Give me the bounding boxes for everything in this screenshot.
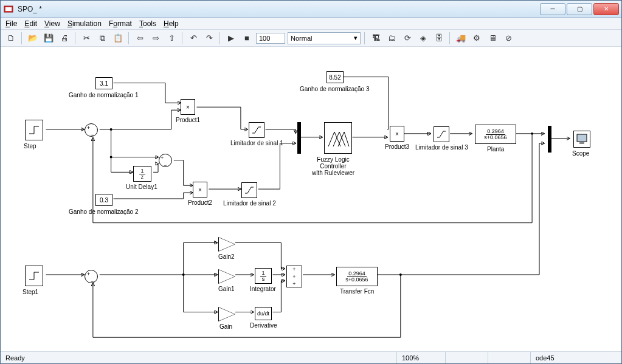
derivative-block[interactable]: du/dt	[255, 307, 272, 320]
svg-point-7	[110, 156, 112, 159]
product1-block[interactable]: ×	[181, 99, 195, 115]
svg-point-46	[399, 273, 402, 276]
product3-label: Product3	[385, 143, 409, 150]
status-empty1	[445, 352, 488, 363]
gn2-const[interactable]: 0.3	[95, 194, 112, 206]
scope-block[interactable]	[573, 131, 590, 148]
mux1-block[interactable]	[297, 122, 301, 154]
gn2-label: Ganho de normalização 2	[69, 208, 139, 215]
step-label: Step	[24, 143, 36, 149]
window-buttons: ─ ▢ ✕	[540, 3, 619, 15]
model-canvas[interactable]: Step + − 3.1 Ganho de normalização 1 × P…	[1, 47, 621, 351]
config-icon[interactable]: ⚙	[470, 32, 483, 45]
play-icon[interactable]: ▶	[224, 32, 238, 45]
integrator-block[interactable]: 1s	[255, 268, 272, 284]
gain2-label: Gain2	[218, 253, 235, 260]
copy-icon[interactable]: ⧉	[95, 32, 109, 45]
chevron-down-icon: ▾	[354, 34, 358, 42]
menu-simulation[interactable]: Simulation	[67, 19, 102, 28]
lim3-label: Limitador de sinal 3	[415, 144, 468, 151]
product1-label: Product1	[176, 117, 200, 123]
simulation-mode-select[interactable]: Normal ▾	[288, 32, 361, 44]
gain2-block[interactable]: 0.5	[218, 237, 235, 252]
close-button[interactable]: ✕	[593, 3, 619, 15]
step-block[interactable]	[25, 120, 43, 140]
gn3-label: Ganho de normalização 3	[300, 86, 370, 92]
target-icon[interactable]: ⊘	[502, 32, 515, 45]
menu-edit[interactable]: Edit	[24, 19, 37, 28]
integrator-label: Integrator	[250, 286, 276, 292]
planta-block[interactable]: 0.2964s+0.0656	[475, 125, 516, 144]
svg-rect-1	[5, 7, 12, 11]
lim3-block[interactable]	[434, 126, 449, 142]
status-solver: ode45	[530, 352, 621, 363]
up-icon[interactable]: ⇧	[165, 32, 178, 45]
refresh-icon[interactable]: ⟳	[401, 32, 414, 45]
redo-icon[interactable]: ↷	[202, 32, 216, 45]
titlebar: SPO_ * ─ ▢ ✕	[1, 1, 621, 18]
lim1-block[interactable]	[249, 122, 264, 138]
gain-label: Gain	[219, 323, 232, 330]
tf-block[interactable]: 0.2964s+0.0656	[336, 267, 378, 286]
stop-icon[interactable]: ■	[240, 32, 254, 45]
paste-icon[interactable]: 📋	[111, 32, 125, 45]
mux2-block[interactable]	[548, 126, 551, 153]
open-icon[interactable]: 📂	[26, 32, 40, 45]
statusbar: Ready 100% ode45	[1, 351, 621, 363]
gain1-label: Gain1	[218, 286, 235, 292]
build-icon[interactable]: 🏗	[369, 32, 382, 45]
unit-delay-block[interactable]: 1z	[133, 166, 151, 182]
menu-file[interactable]: File	[5, 19, 17, 28]
sumpid-block[interactable]: +++	[286, 266, 302, 287]
scope-label: Scope	[572, 150, 589, 157]
derivative-label: Derivative	[250, 322, 277, 329]
status-empty2	[488, 352, 530, 363]
menu-help[interactable]: Help	[164, 19, 179, 28]
back-icon[interactable]: ⇦	[133, 32, 147, 45]
svg-point-35	[182, 273, 185, 276]
step1-block[interactable]	[25, 266, 43, 286]
product2-label: Product2	[188, 199, 212, 206]
unit-delay-label: Unit Delay1	[126, 184, 157, 190]
svg-point-31	[531, 132, 533, 135]
fuzzy-label: Fuzzy Logic Controller with Ruleviewer	[312, 156, 354, 176]
menu-tools[interactable]: Tools	[139, 19, 156, 28]
gn1-label: Ganho de normalização 1	[69, 92, 139, 98]
cut-icon[interactable]: ✂	[80, 32, 93, 45]
svg-rect-47	[577, 134, 587, 142]
display-icon[interactable]: 🖥	[486, 32, 499, 45]
menubar: File Edit View Simulation Format Tools H…	[1, 18, 621, 30]
save-icon[interactable]: 💾	[42, 32, 55, 45]
toolbar: 🗋 📂 💾 🖨 ✂ ⧉ 📋 ⇦ ⇨ ⇧ ↶ ↷ ▶ ■ 100 Normal ▾…	[1, 30, 621, 47]
gain1-block[interactable]: 0.6	[218, 269, 235, 284]
new-icon[interactable]: 🗋	[4, 32, 18, 45]
status-zoom: 100%	[396, 352, 445, 363]
product2-block[interactable]: ×	[193, 182, 207, 197]
model-icon[interactable]: ◈	[416, 32, 430, 45]
menu-view[interactable]: View	[44, 19, 60, 28]
stop-time-field[interactable]: 100	[256, 33, 285, 44]
forward-icon[interactable]: ⇨	[149, 32, 162, 45]
lim1-label: Limitador de sinal 1	[230, 140, 283, 146]
tf-label: Transfer Fcn	[340, 288, 374, 295]
app-icon	[3, 4, 14, 15]
maximize-button[interactable]: ▢	[567, 3, 592, 15]
library-icon[interactable]: 🗂	[385, 32, 398, 45]
product3-block[interactable]: ×	[390, 126, 404, 142]
menu-format[interactable]: Format	[109, 19, 132, 28]
undo-icon[interactable]: ↶	[187, 32, 200, 45]
window-title: SPO_ *	[18, 5, 540, 13]
lim2-block[interactable]	[241, 182, 257, 198]
svg-point-6	[110, 128, 112, 131]
truck-icon[interactable]: 🚚	[454, 32, 468, 45]
gn3-const[interactable]: 8.52	[327, 71, 344, 83]
print-icon[interactable]: 🖨	[58, 32, 71, 45]
explorer-icon[interactable]: 🗄	[432, 32, 446, 45]
app-window: SPO_ * ─ ▢ ✕ File Edit View Simulation F…	[0, 0, 622, 364]
gn1-const[interactable]: 3.1	[95, 77, 112, 89]
minimize-button[interactable]: ─	[540, 3, 565, 15]
fuzzy-block[interactable]	[324, 122, 352, 154]
svg-rect-48	[579, 142, 584, 144]
status-ready: Ready	[1, 354, 396, 362]
gain-block[interactable]: 1	[218, 307, 235, 321]
